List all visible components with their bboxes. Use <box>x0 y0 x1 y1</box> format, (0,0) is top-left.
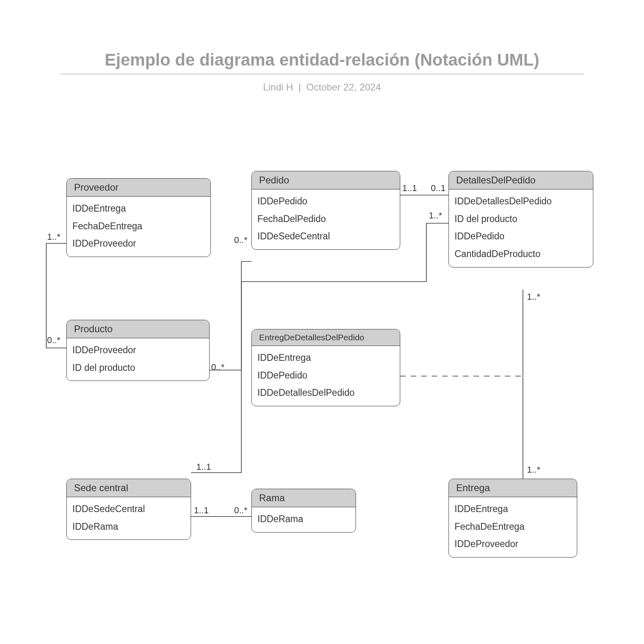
entity-sede: Sede central IDDeSedeCentral IDDeRama <box>66 479 191 540</box>
attr: IDDeProveedor <box>455 535 571 553</box>
attr: IDDeEntrega <box>257 349 394 367</box>
entity-detalles: DetallesDelPedido IDDeDetallesDelPedido … <box>449 171 593 267</box>
diagram-subtitle: Lindi H | October 22, 2024 <box>0 82 644 93</box>
attr: FechaDeEntrega <box>72 218 205 235</box>
attr: ID del producto <box>72 359 204 377</box>
mult-producto-in: 0..* <box>47 335 60 346</box>
entity-pedido: Pedido IDDePedido FechaDelPedido IDDeSed… <box>251 171 400 250</box>
separator: | <box>298 82 301 93</box>
entity-sede-header: Sede central <box>67 479 191 497</box>
attr: IDDeProveedor <box>72 235 205 253</box>
mult-pedido-left: 0..* <box>234 235 247 245</box>
attr: CantidadDeProducto <box>455 245 587 263</box>
attr: IDDeEntrega <box>455 500 571 518</box>
diagram-header: Ejemplo de diagrama entidad-relación (No… <box>0 50 644 93</box>
attr: FechaDelPedido <box>257 210 394 228</box>
mult-proveedor-out: 1..* <box>47 232 60 242</box>
mult-producto-right: 0..* <box>211 362 224 372</box>
diagram-title: Ejemplo de diagrama entidad-relación (No… <box>0 50 644 70</box>
author-name: Lindi H <box>263 82 293 93</box>
entity-rama-attrs: IDDeRama <box>252 507 356 532</box>
attr: IDDeSedeCentral <box>257 228 394 245</box>
entity-pedido-attrs: IDDePedido FechaDelPedido IDDeSedeCentra… <box>252 189 400 249</box>
title-rule <box>60 74 584 74</box>
attr: IDDePedido <box>257 193 394 210</box>
entity-producto-header: Producto <box>67 320 209 338</box>
mult-detalles-left: 1..* <box>429 210 442 221</box>
attr: IDDeRama <box>72 518 185 536</box>
attr: IDDeDetallesDelPedido <box>455 193 587 210</box>
entity-proveedor: Proveedor IDDeEntrega FechaDeEntrega IDD… <box>66 178 211 257</box>
attr: IDDeEntrega <box>72 200 205 218</box>
mult-rama-left: 0..* <box>234 505 247 516</box>
mult-pedido-right: 1..1 <box>402 183 417 193</box>
attr: ID del producto <box>455 210 587 228</box>
attr: IDDeRama <box>257 510 350 528</box>
rel-proveedor-producto <box>46 243 66 348</box>
entity-detalles-header: DetallesDelPedido <box>449 171 593 189</box>
entity-assoc-header: EntregDeDetallesDelPedido <box>252 329 400 346</box>
entity-detalles-attrs: IDDeDetallesDelPedido ID del producto ID… <box>449 189 593 267</box>
mult-entrega-top: 1..* <box>527 465 540 475</box>
mult-sede-top: 1..1 <box>196 462 211 472</box>
entity-entrega-header: Entrega <box>449 479 577 497</box>
attr: IDDeDetallesDelPedido <box>257 384 394 402</box>
mult-sede-right: 1..1 <box>194 505 209 516</box>
entity-producto-attrs: IDDeProveedor ID del producto <box>67 338 209 381</box>
entity-proveedor-header: Proveedor <box>67 179 210 197</box>
attr: IDDePedido <box>257 367 394 385</box>
entity-entrega: Entrega IDDeEntrega FechaDeEntrega IDDeP… <box>449 479 577 558</box>
entity-assoc: EntregDeDetallesDelPedido IDDeEntrega ID… <box>251 329 400 406</box>
entity-sede-attrs: IDDeSedeCentral IDDeRama <box>67 497 191 539</box>
mult-detalles-top: 0..1 <box>431 183 446 193</box>
entity-entrega-attrs: IDDeEntrega FechaDeEntrega IDDeProveedor <box>449 497 577 557</box>
document-date: October 22, 2024 <box>307 82 381 93</box>
attr: IDDePedido <box>455 228 587 245</box>
entity-pedido-header: Pedido <box>252 171 400 189</box>
attr: IDDeProveedor <box>72 342 204 359</box>
mult-detalles-bottom: 1..* <box>527 292 540 302</box>
attr: FechaDeEntrega <box>455 518 571 536</box>
attr: IDDeSedeCentral <box>72 500 185 518</box>
entity-assoc-attrs: IDDeEntrega IDDePedido IDDeDetallesDelPe… <box>252 346 400 406</box>
entity-producto: Producto IDDeProveedor ID del producto <box>66 320 210 381</box>
entity-rama: Rama IDDeRama <box>251 489 356 533</box>
entity-proveedor-attrs: IDDeEntrega FechaDeEntrega IDDeProveedor <box>67 197 210 257</box>
entity-rama-header: Rama <box>252 489 356 507</box>
